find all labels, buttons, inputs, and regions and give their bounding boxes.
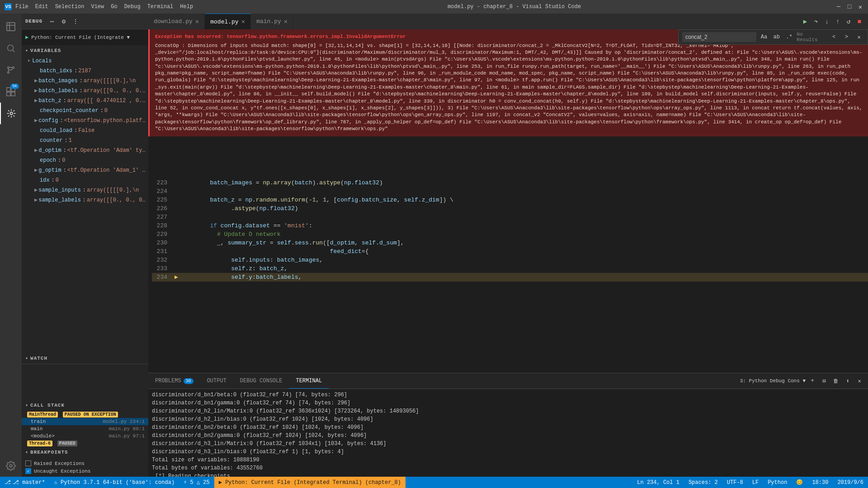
continue-button[interactable]: ▶ (800, 17, 810, 27)
find-case-btn[interactable]: Aa (759, 32, 769, 42)
callstack-section-header[interactable]: ▾ CALL STACK (22, 400, 148, 411)
tab-download[interactable]: download.py ✕ (148, 14, 205, 29)
expand-icon6: ▶ (34, 166, 38, 175)
panel-section: PROBLEMS 30 OUTPUT DEBUG CONSOLE TERMINA… (148, 373, 868, 477)
find-input[interactable] (682, 32, 756, 42)
expand-icon2: ▶ (34, 86, 38, 95)
panel-maximize-btn[interactable]: ⬆ (843, 376, 853, 386)
var-sample-labels[interactable]: ▶ sample_labels : array([[0., 0., 0., 0.… (33, 195, 148, 205)
terminal-content[interactable]: discriminator/d_bn1/beta:0 (float32_ref … (148, 389, 868, 477)
activity-search[interactable] (0, 38, 22, 59)
terminal-line-9: Total size of variables: 10888190 (152, 456, 864, 464)
var-config[interactable]: ▶ config : <tensorflow.python.platform.f… (33, 116, 148, 126)
tab-download-close[interactable]: ✕ (195, 19, 199, 25)
main-layout: Exception has occurred: tensorflow.pytho… (148, 29, 868, 477)
variables-section-header[interactable]: ▾ VARIABLES (22, 45, 148, 56)
panel-trash-btn[interactable]: 🗑 (831, 376, 841, 386)
uncaught-exceptions-checkbox[interactable]: ✓ (25, 468, 31, 474)
svg-rect-5 (7, 88, 10, 91)
status-emoji[interactable]: 😊 (792, 477, 807, 488)
status-indent[interactable]: Spaces: 2 (684, 477, 722, 488)
var-batch-labels[interactable]: ▶ batch_labels : array([[0., 0., 0., 0.,… (33, 86, 148, 96)
terminal-line-1: discriminator/d_bn1/beta:0 (float32_ref … (152, 391, 864, 399)
watch-section-header[interactable]: ▾ WATCH (22, 353, 148, 364)
expand-icon4: ▶ (34, 116, 38, 125)
tab-model[interactable]: model.py ✕ (205, 14, 251, 29)
terminal-line-8: discriminator/d_h3_lin/bias:0 (float32_r… (152, 448, 864, 456)
activity-extensions[interactable]: 5K (0, 81, 22, 103)
variables-title: VARIABLES (30, 48, 61, 53)
code-line-225: 225 batch_z = np.random.uniform(-1, 1, [… (152, 196, 868, 204)
activity-debug[interactable] (0, 103, 22, 124)
raised-exceptions-checkbox[interactable] (25, 460, 31, 466)
var-d-optim[interactable]: ▶ d_optim : <tf.Operation 'Adam' type=No… (33, 145, 148, 155)
problems-badge: 30 (184, 378, 193, 384)
code-line-226: 226 .astype(np.float32) (152, 204, 868, 213)
debug-config-btn[interactable]: ⋯ (47, 16, 57, 26)
callstack-frame-train[interactable]: train model.py 234:1 (22, 418, 148, 425)
panel-split-btn[interactable]: ⊟ (819, 376, 829, 386)
find-next-btn[interactable]: > (841, 32, 851, 42)
activity-settings[interactable] (0, 455, 22, 477)
restart-button[interactable]: ↺ (844, 17, 854, 27)
debug-settings-btn[interactable]: ⚙ (59, 16, 69, 26)
menu-selection[interactable]: Selection (55, 4, 85, 10)
activity-explorer[interactable] (0, 16, 22, 38)
status-encoding[interactable]: UTF-8 (722, 477, 748, 488)
panel-tab-terminal[interactable]: TERMINAL (289, 373, 329, 389)
locals-header[interactable]: ▾ Locals (25, 56, 148, 66)
menu-file[interactable]: File (15, 4, 28, 10)
menu-terminal[interactable]: Terminal (147, 4, 174, 10)
step-into-button[interactable]: ↓ (822, 17, 832, 27)
step-over-button[interactable]: ↷ (811, 17, 821, 27)
find-close-btn[interactable]: ✕ (854, 32, 864, 42)
panel-tab-output[interactable]: OUTPUT (200, 373, 233, 389)
status-git-branch[interactable]: ⎇ ⎇ master* (0, 477, 50, 488)
activity-source-control[interactable] (0, 59, 22, 81)
panel-tab-problems[interactable]: PROBLEMS 30 (148, 373, 200, 389)
problems-label: PROBLEMS (155, 378, 181, 384)
status-python-env[interactable]: ⚠ Python 3.7.1 64-bit ('base': conda) (50, 477, 179, 488)
run-play-icon[interactable]: ▶ (25, 34, 28, 41)
callstack-frame-main[interactable]: main main.py 80:1 (22, 425, 148, 432)
find-prev-btn[interactable]: < (829, 32, 839, 42)
step-out-button[interactable]: ↑ (833, 17, 843, 27)
tab-main-label: main.py (256, 18, 281, 25)
tab-main-close[interactable]: ✕ (284, 19, 288, 25)
callstack-frame-module[interactable]: <module> main.py 97:1 (22, 432, 148, 440)
minimize-button[interactable]: ─ (835, 4, 842, 10)
menu-go[interactable]: Go (111, 4, 117, 10)
panel-add-btn[interactable]: + (807, 376, 817, 386)
find-regex-btn[interactable]: .* (784, 32, 794, 42)
menu-help[interactable]: Help (180, 4, 193, 10)
panel-close-btn[interactable]: ✕ (854, 376, 864, 386)
status-cursor[interactable]: Ln 234, Col 1 (632, 477, 684, 488)
menu-debug[interactable]: Debug (124, 4, 141, 10)
var-batch-images[interactable]: ▶ batch_images : array([[[[0.],\n (33, 76, 148, 86)
tab-model-close[interactable]: ✕ (241, 19, 245, 25)
debug-more-btn[interactable]: ⋮ (71, 16, 80, 26)
maximize-button[interactable]: □ (846, 4, 853, 10)
find-word-btn[interactable]: ab (772, 32, 782, 42)
panel-tab-debug-console[interactable]: DEBUG CONSOLE (233, 373, 289, 389)
menu-edit[interactable]: Edit (35, 4, 48, 10)
status-debug[interactable]: ▶ Python: Current File (Integrated Termi… (214, 477, 406, 488)
status-errors[interactable]: ⚡ 5 △ 25 (179, 477, 214, 488)
tab-main[interactable]: main.py ✕ (251, 14, 293, 29)
menu-view[interactable]: View (91, 4, 104, 10)
language-label: Python (768, 479, 787, 486)
callstack-chevron: ▾ (25, 403, 28, 408)
var-g-optim[interactable]: ▶ g_optim : <tf.Operation 'Adam_1' type=… (33, 165, 148, 175)
python-env-label: ⚠ Python 3.7.1 64-bit ('base': conda) (54, 479, 175, 486)
status-line-ending[interactable]: LF (748, 477, 763, 488)
run-config-label[interactable]: Python: Current File (Integrate ▼ (31, 35, 130, 40)
var-sample-inputs[interactable]: ▶ sample_inputs : array([[[[0.],\n (33, 185, 148, 195)
close-button[interactable]: ✕ (857, 4, 863, 10)
window-controls[interactable]: ─ □ ✕ (835, 4, 863, 10)
stop-button[interactable]: ■ (854, 17, 864, 27)
svg-point-2 (8, 67, 9, 69)
watch-chevron: ▾ (25, 356, 28, 361)
status-language[interactable]: Python (763, 477, 792, 488)
breakpoints-section-header[interactable]: ▾ BREAKPOINTS (22, 447, 148, 458)
var-batch-z[interactable]: ▶ batch_z : array([[ 0.4740112 , 0.72561… (33, 96, 148, 106)
